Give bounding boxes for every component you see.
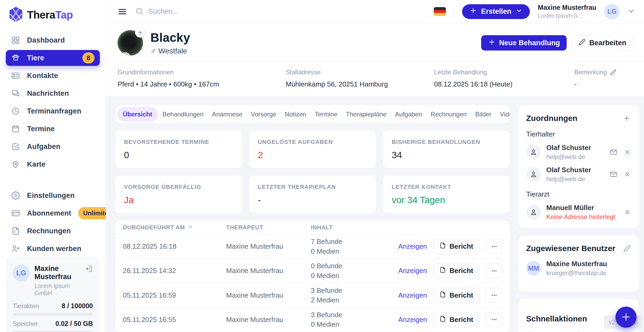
tiere-count-badge: 8 <box>82 52 95 63</box>
tab-bilder[interactable]: Bilder <box>471 107 495 122</box>
sidebar-item-label: Termine <box>27 125 55 133</box>
patient-tabs: Übersicht Behandlungen Anamnese Vorsorge… <box>115 105 510 123</box>
trash-icon[interactable] <box>509 267 510 275</box>
patient-photo[interactable] <box>118 30 143 56</box>
dashboard-icon <box>11 36 20 45</box>
anzeigen-link[interactable]: Anzeigen <box>398 267 427 275</box>
user-name: Maxine Musterfrau <box>538 4 596 11</box>
quick-actions-title: Schnellaktionen <box>526 314 587 323</box>
stat-bisherige-behandlungen: BISHERIGE BEHANDLUNGEN 34 <box>383 131 510 168</box>
chevron-down-icon[interactable] <box>628 7 635 16</box>
sidebar-item-label: Karte <box>27 160 46 169</box>
anzeigen-link[interactable]: Anzeigen <box>398 242 427 251</box>
sidebar-item-abonnement[interactable]: Abonnement Unlimited <box>6 205 100 221</box>
sidebar-item-rechnungen[interactable]: € Rechnungen <box>6 223 100 239</box>
sidebar-item-kontakte[interactable]: Kontakte <box>6 68 100 84</box>
more-button[interactable] <box>486 312 503 327</box>
contact-row: Manuell Müller Keine Adresse hinterlegt <box>526 204 631 221</box>
user-name: Maxine Musterfrau <box>34 265 80 281</box>
sidebar-item-label: Kunden werben <box>27 245 81 253</box>
language-flag-german[interactable] <box>434 7 446 16</box>
bericht-button[interactable]: Bericht <box>433 239 479 254</box>
tab-termine[interactable]: Termine <box>311 107 341 122</box>
file-icon <box>439 315 446 324</box>
anzeigen-link[interactable]: Anzeigen <box>398 316 427 324</box>
sidebar-item-label: Nachrichten <box>27 89 69 98</box>
sidebar-item-termine[interactable]: Termine <box>6 121 100 137</box>
trash-icon[interactable] <box>509 291 510 299</box>
tab-videos[interactable]: Videos <box>496 107 510 122</box>
table-row: 08.12.2025 16:18 Maxine Musterfrau 7 Bef… <box>115 234 510 259</box>
more-button[interactable] <box>486 288 503 303</box>
sidebar-item-dashboard[interactable]: Dashboard <box>6 32 100 48</box>
remove-icon[interactable] <box>624 149 631 156</box>
file-icon <box>439 266 446 275</box>
tab-therapieplaene[interactable]: Therapiepläne <box>342 107 390 122</box>
sidebar-item-label: Rechnungen <box>27 227 71 235</box>
gear-icon <box>11 191 20 200</box>
treatments-table: DURCHGEFÜHRT AM THERAPEUT INHALT 08.12.2… <box>115 221 510 332</box>
chat-icon <box>11 89 20 98</box>
tab-rechnungen[interactable]: Rechnungen <box>427 107 471 122</box>
trash-icon[interactable] <box>509 243 510 251</box>
tab-vorsorge[interactable]: Vorsorge <box>247 107 280 122</box>
add-assignment-icon[interactable] <box>623 114 631 122</box>
remove-icon[interactable] <box>624 209 631 216</box>
anzeigen-link[interactable]: Anzeigen <box>398 291 427 299</box>
create-button[interactable]: Erstellen <box>462 4 530 19</box>
tab-aufgaben[interactable]: Aufgaben <box>391 107 426 122</box>
sidebar-item-kunden-werben[interactable]: Kunden werben <box>6 241 100 257</box>
app-logo[interactable]: TheraTap <box>0 7 106 23</box>
logout-icon[interactable] <box>84 265 93 273</box>
bericht-button[interactable]: Bericht <box>433 263 479 278</box>
sidebar-item-einstellungen[interactable]: Einstellungen <box>6 188 100 203</box>
tab-uebersicht[interactable]: Übersicht <box>117 107 158 122</box>
plus-icon <box>488 38 495 48</box>
edit-button[interactable]: Bearbeiten <box>571 35 633 51</box>
tab-anamnese[interactable]: Anamnese <box>208 107 247 122</box>
more-button[interactable] <box>486 263 503 278</box>
calendar-icon <box>526 331 534 332</box>
sidebar-item-label: Kontakte <box>27 72 58 80</box>
assignments-title: Zuordnungen <box>526 114 577 123</box>
tab-notizen[interactable]: Notizen <box>281 107 310 122</box>
svg-text:€: € <box>14 230 16 234</box>
remove-icon[interactable] <box>624 171 631 178</box>
more-button[interactable] <box>486 239 503 254</box>
sidebar-item-aufgaben[interactable]: Aufgaben <box>6 139 100 154</box>
sidebar-item-nachrichten[interactable]: Nachrichten <box>6 85 100 101</box>
cell-inhalt: 3 Befunde 0 Medien <box>311 310 398 329</box>
chevron-down-icon <box>187 224 193 231</box>
bericht-button[interactable]: Bericht <box>433 312 479 327</box>
search-input[interactable] <box>148 7 334 16</box>
sort-durchgefuehrt-am[interactable]: DURCHGEFÜHRT AM <box>123 224 226 231</box>
new-treatment-button[interactable]: Neue Behandlung <box>481 35 567 51</box>
trash-icon[interactable] <box>509 316 510 324</box>
tierakten-value: 8 / 100000 <box>62 302 93 310</box>
tab-behandlungen[interactable]: Behandlungen <box>159 107 208 122</box>
main-area: Erstellen Maxine Musterfrau Lorem Ipsum … <box>106 0 644 332</box>
quick-action-neuer-termin[interactable]: Neuer Termin <box>526 331 631 332</box>
sidebar-item-terminanfragen[interactable]: Terminanfragen <box>6 103 100 119</box>
clock-icon <box>11 107 20 116</box>
pencil-icon[interactable] <box>610 69 616 75</box>
stat-ungeloeste-aufgaben: UNGELÖSTE AUFGABEN 2 <box>249 131 376 168</box>
topbar-divider <box>454 6 454 17</box>
hamburger-menu-button[interactable] <box>118 7 127 16</box>
pencil-icon[interactable] <box>623 245 631 252</box>
sidebar-item-tiere[interactable]: Tiere 8 <box>6 50 100 66</box>
mail-icon[interactable] <box>610 170 618 178</box>
sidebar-item-label: Terminanfragen <box>27 107 81 115</box>
add-photo-button[interactable] <box>135 28 145 38</box>
avatar[interactable]: LG <box>604 4 620 19</box>
contact-row: Olaf Schuster help@web.de <box>526 144 631 161</box>
cell-therapist: Maxine Musterfrau <box>226 242 311 251</box>
cell-therapist: Maxine Musterfrau <box>226 316 311 324</box>
info-stalladresse: Stalladresse Mühlenkamp 56, 20251 Hambur… <box>286 69 434 88</box>
mail-icon[interactable] <box>610 148 618 156</box>
speicher-value: 0.02 / 50 GB <box>55 320 93 328</box>
sidebar-item-karte[interactable]: Karte <box>6 156 100 172</box>
info-grundinformationen: Grundinformationen Pferd • 14 Jahre • 60… <box>118 69 286 88</box>
floating-add-button[interactable] <box>615 307 637 328</box>
bericht-button[interactable]: Bericht <box>433 288 479 303</box>
